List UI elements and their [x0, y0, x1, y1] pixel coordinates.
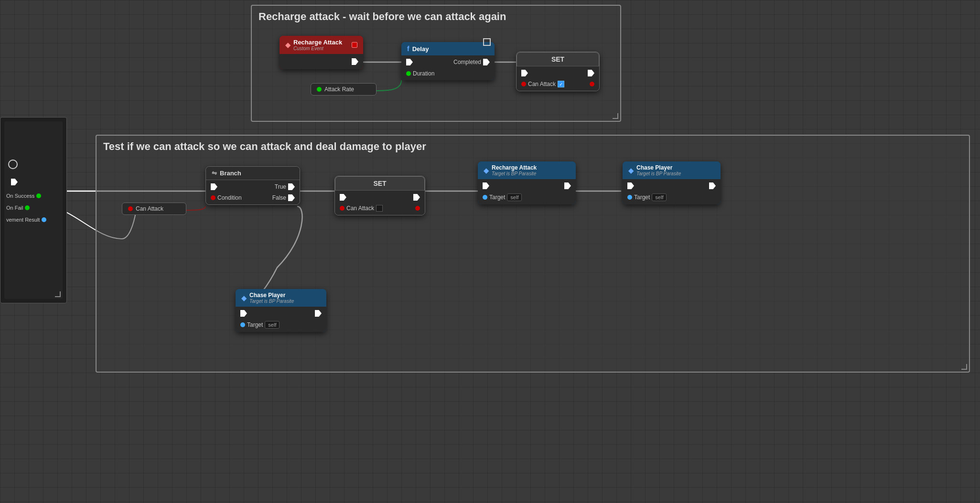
branch-exec-in[interactable]	[211, 183, 217, 190]
can-attack-var-label: Can Attack	[136, 205, 163, 212]
recharge-attack-func-subtitle: Target is BP Parasite	[492, 171, 537, 176]
can-attack-var-node[interactable]: Can Attack	[122, 203, 186, 215]
chase-right-self-badge: self	[652, 193, 667, 201]
chase-player-right-node[interactable]: ◆ Chase Player Target is BP Parasite Tar…	[623, 161, 721, 204]
delay-node[interactable]: f Delay Completed Duration	[401, 42, 495, 80]
attack-rate-var-node[interactable]: Attack Rate	[311, 83, 377, 96]
set-bottom-checkbox[interactable]	[376, 205, 383, 212]
false-label: False	[272, 194, 286, 201]
recharge-func-exec-out[interactable]	[564, 182, 571, 189]
on-fail-label: On Fail	[6, 205, 23, 211]
chase-bottom-target-label: Target	[247, 321, 263, 328]
recharge-attack-event-label: Recharge Attack	[293, 39, 342, 46]
set-top-exec-in[interactable]	[521, 70, 528, 76]
set-top-label: SET	[551, 55, 564, 63]
attack-rate-out-pin[interactable]	[317, 87, 322, 92]
recharge-attack-func-label: Recharge Attack	[492, 164, 537, 171]
chase-player-bottom-subtitle: Target is BP Parasite	[249, 299, 294, 304]
branch-false-pin[interactable]	[288, 194, 295, 201]
chase-right-exec-out[interactable]	[709, 182, 716, 189]
recharge-func-self-badge: self	[507, 193, 522, 201]
chase-bottom-exec-out[interactable]	[315, 310, 322, 317]
exec-out-pin[interactable]	[352, 58, 358, 65]
duration-pin[interactable]	[406, 71, 411, 76]
set-bottom-label: SET	[373, 180, 386, 187]
can-attack-var-out-pin[interactable]	[128, 206, 133, 211]
chase-right-target-pin[interactable]	[627, 195, 632, 200]
can-attack-top-label: Can Attack	[528, 81, 556, 87]
duration-label: Duration	[413, 70, 434, 77]
delay-exec-in[interactable]	[406, 59, 413, 65]
delay-label: Delay	[412, 45, 429, 53]
completed-label: Completed	[453, 59, 481, 65]
recharge-func-target-pin[interactable]	[483, 195, 487, 200]
recharge-attack-func-node[interactable]: ◆ Recharge Attack Target is BP Parasite …	[478, 161, 576, 204]
movement-result-label: vement Result	[6, 217, 40, 223]
set-bottom-can-attack-label: Can Attack	[346, 205, 374, 212]
set-can-attack-top-node[interactable]: SET Can Attack ✓	[516, 52, 600, 91]
recharge-func-exec-in[interactable]	[483, 182, 489, 189]
set-bottom-can-attack-in[interactable]	[340, 206, 345, 211]
branch-label: Branch	[220, 170, 241, 177]
set-bottom-exec-out[interactable]	[413, 194, 420, 201]
chase-right-exec-in[interactable]	[627, 182, 634, 189]
can-attack-checkbox[interactable]: ✓	[558, 81, 564, 87]
condition-label: Condition	[217, 194, 242, 201]
top-comment-title: Recharge attack - wait before we can att…	[258, 11, 506, 22]
on-success-label: On Success	[6, 193, 34, 199]
set-bottom-exec-in[interactable]	[340, 194, 346, 201]
set-bottom-can-attack-out[interactable]	[415, 206, 420, 211]
can-attack-in-pin[interactable]	[521, 82, 526, 86]
branch-node[interactable]: ⇋ Branch True Condition False	[205, 166, 300, 205]
recharge-attack-event-node[interactable]: ◆ Recharge Attack Custom Event	[280, 36, 363, 69]
set-can-attack-bottom-node[interactable]: SET Can Attack	[334, 176, 425, 215]
can-attack-out-pin[interactable]	[590, 82, 594, 86]
chase-right-target-label: Target	[634, 194, 650, 201]
attack-rate-label: Attack Rate	[324, 86, 354, 93]
true-label: True	[275, 183, 286, 190]
chase-player-bottom-node[interactable]: ◆ Chase Player Target is BP Parasite Tar…	[236, 289, 326, 332]
chase-player-right-label: Chase Player	[636, 164, 681, 171]
chase-bottom-target-pin[interactable]	[240, 322, 245, 327]
set-top-exec-out[interactable]	[588, 70, 594, 76]
recharge-func-target-label: Target	[489, 194, 505, 201]
chase-bottom-self-badge: self	[265, 321, 280, 329]
chase-player-right-subtitle: Target is BP Parasite	[636, 171, 681, 176]
branch-true-pin[interactable]	[288, 183, 295, 190]
chase-player-bottom-label: Chase Player	[249, 292, 294, 299]
bottom-comment-title: Test if we can attack so we can attack a…	[103, 140, 426, 152]
recharge-attack-event-subtitle: Custom Event	[293, 46, 342, 51]
left-panel: On Success On Fail vement Result	[0, 117, 67, 303]
chase-bottom-exec-in[interactable]	[240, 310, 247, 317]
completed-pin[interactable]	[483, 59, 490, 65]
condition-pin[interactable]	[211, 195, 215, 200]
